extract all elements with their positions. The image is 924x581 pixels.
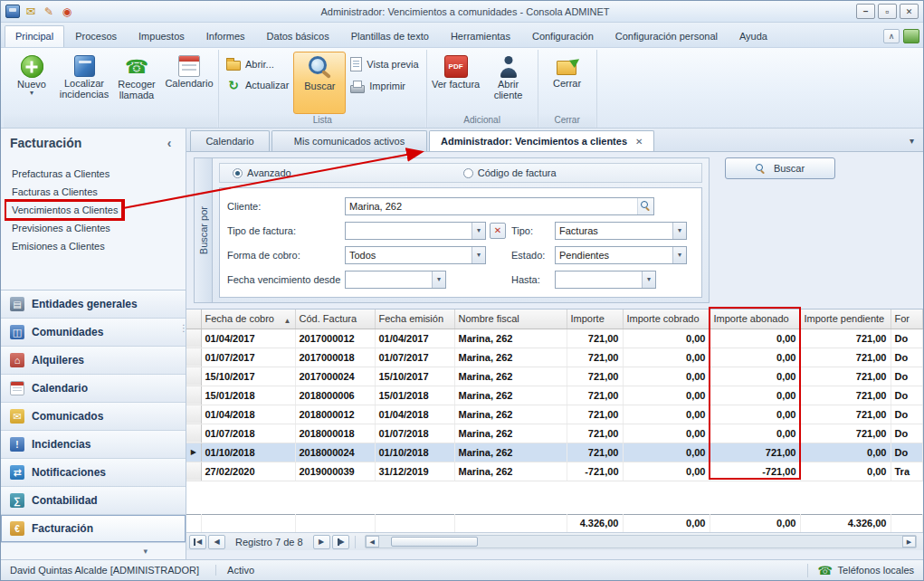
localizar-incidencias-button[interactable]: Localizar incidencias: [58, 52, 110, 114]
column-header[interactable]: For: [891, 310, 923, 329]
edit-note-icon[interactable]: [42, 5, 56, 18]
vista-previa-button[interactable]: Vista previa: [350, 57, 418, 71]
grid-cell[interactable]: -721,00: [710, 462, 800, 481]
tab-configuracion-personal[interactable]: Configuración personal: [605, 25, 729, 47]
grid-cell[interactable]: 2017000024: [295, 367, 375, 386]
abrir-button[interactable]: Abrir...: [226, 57, 274, 71]
sidebar-link-vencimientos[interactable]: Vencimientos a Clientes: [6, 201, 123, 219]
local-phones-button[interactable]: Teléfonos locales: [807, 564, 914, 577]
sidebar-item-calendario[interactable]: Calendario: [1, 375, 186, 403]
grid-cell[interactable]: Tra: [891, 462, 923, 481]
radio-avanzado[interactable]: Avanzado: [233, 167, 291, 178]
doc-tab-comunicados[interactable]: Mis comunicados activos: [271, 130, 427, 151]
tipo-factura-dropdown[interactable]: [345, 222, 486, 240]
help-window-icon[interactable]: [903, 29, 919, 43]
grid-cell[interactable]: 2018000018: [295, 424, 375, 443]
grid-cell[interactable]: 721,00: [800, 405, 891, 424]
mail-icon[interactable]: [24, 5, 38, 18]
grid-cell[interactable]: Do: [891, 329, 923, 348]
nuevo-button[interactable]: Nuevo: [5, 52, 58, 114]
grid-cell[interactable]: 15/10/2017: [375, 367, 454, 386]
grid-cell[interactable]: Marina, 262: [454, 462, 567, 481]
grid-cell[interactable]: 0,00: [710, 386, 800, 405]
sidebar-collapse-icon[interactable]: [162, 136, 176, 150]
tab-principal[interactable]: Principal: [5, 25, 64, 47]
grid-cell[interactable]: 2018000006: [295, 386, 375, 405]
grid-cell[interactable]: 721,00: [567, 424, 623, 443]
grid-cell[interactable]: 15/01/2018: [201, 386, 295, 405]
grid-cell[interactable]: 0,00: [710, 405, 800, 424]
sidebar-item-comunidades[interactable]: Comunidades: [1, 319, 186, 347]
imprimir-button[interactable]: Imprimir: [350, 79, 405, 93]
sidebar-item-incidencias[interactable]: Incidencias: [1, 431, 186, 459]
table-row[interactable]: 01/07/2017201700001801/07/2017Marina, 26…: [186, 348, 923, 367]
grid-cell[interactable]: 721,00: [800, 424, 891, 443]
sidebar-link-emisiones[interactable]: Emisiones a Clientes: [6, 237, 110, 255]
grid-cell[interactable]: 721,00: [800, 329, 891, 348]
sidebar-item-comunicados[interactable]: Comunicados: [1, 403, 186, 431]
sidebar-splitter[interactable]: ⋮: [179, 327, 185, 330]
grid-cell[interactable]: 0,00: [623, 348, 710, 367]
grid-cell[interactable]: 721,00: [800, 348, 891, 367]
grid-cell[interactable]: Marina, 262: [454, 367, 567, 386]
cerrar-button[interactable]: Cerrar: [541, 52, 594, 114]
scroll-right-icon[interactable]: [902, 536, 916, 548]
grid-cell[interactable]: Do: [891, 348, 923, 367]
tab-close-icon[interactable]: [635, 137, 643, 147]
grid-cell[interactable]: 0,00: [623, 443, 710, 462]
column-header[interactable]: Importe pendiente: [800, 310, 891, 329]
tab-impuestos[interactable]: Impuestos: [128, 25, 195, 47]
sidebar-overflow-icon[interactable]: [1, 543, 186, 559]
grid-cell[interactable]: 01/04/2018: [201, 405, 295, 424]
grid-cell[interactable]: 0,00: [623, 386, 710, 405]
grid-cell[interactable]: 27/02/2020: [201, 462, 295, 481]
grid-cell[interactable]: 01/10/2018: [375, 443, 454, 462]
last-record-button[interactable]: [332, 535, 349, 549]
column-header[interactable]: Nombre fiscal: [454, 310, 567, 329]
forma-cobro-dropdown[interactable]: Todos: [345, 246, 486, 264]
grid-cell[interactable]: 0,00: [710, 367, 800, 386]
chevron-down-icon[interactable]: [672, 247, 686, 263]
doc-tab-vencimientos[interactable]: Administrador: Vencimientos a clientes: [429, 130, 654, 151]
grid-cell[interactable]: 2019000039: [295, 462, 375, 481]
grid-cell[interactable]: 15/10/2017: [201, 367, 295, 386]
grid-cell[interactable]: Do: [891, 405, 923, 424]
grid-cell[interactable]: 721,00: [567, 443, 623, 462]
grid-cell[interactable]: 01/07/2018: [375, 424, 454, 443]
buscar-button[interactable]: Buscar: [725, 157, 835, 179]
close-button[interactable]: [900, 4, 919, 19]
grid-cell[interactable]: Do: [891, 367, 923, 386]
grid-cell[interactable]: 721,00: [710, 443, 800, 462]
grid-cell[interactable]: 721,00: [567, 348, 623, 367]
first-record-button[interactable]: [189, 535, 206, 549]
clear-tipo-factura-icon[interactable]: [490, 223, 506, 239]
tab-informes[interactable]: Informes: [195, 25, 256, 47]
chevron-down-icon[interactable]: [432, 271, 445, 288]
grid-cell[interactable]: 31/12/2019: [375, 462, 454, 481]
sidebar-item-entidades-generales[interactable]: Entidades generales: [1, 290, 186, 319]
grid-cell[interactable]: 0,00: [623, 405, 710, 424]
grid-cell[interactable]: Do: [891, 443, 923, 462]
tab-list-dropdown-icon[interactable]: [904, 136, 919, 146]
sidebar-item-facturacion[interactable]: Facturación: [1, 515, 186, 543]
grid-cell[interactable]: 721,00: [567, 329, 623, 348]
column-header[interactable]: Importe cobrado: [623, 310, 710, 329]
grid-cell[interactable]: Marina, 262: [454, 348, 567, 367]
tab-procesos[interactable]: Procesos: [64, 25, 128, 47]
grid-cell[interactable]: Marina, 262: [454, 386, 567, 405]
recoger-llamada-button[interactable]: Recoger llamada: [110, 52, 163, 114]
sidebar-item-notificaciones[interactable]: Notificaciones: [1, 459, 186, 487]
scrollbar-thumb[interactable]: [391, 537, 478, 547]
grid-cell[interactable]: 0,00: [710, 348, 800, 367]
grid-cell[interactable]: 2018000024: [295, 443, 375, 462]
chevron-down-icon[interactable]: [472, 223, 485, 239]
column-header[interactable]: Fecha emisión: [375, 310, 454, 329]
grid-cell[interactable]: 721,00: [800, 386, 891, 405]
table-row[interactable]: 15/01/2018201800000615/01/2018Marina, 26…: [186, 386, 923, 405]
grid-cell[interactable]: Marina, 262: [454, 443, 567, 462]
sidebar-link-facturas[interactable]: Facturas a Clientes: [6, 183, 103, 201]
grid-cell[interactable]: 01/04/2017: [375, 329, 454, 348]
grid-cell[interactable]: 01/04/2017: [201, 329, 295, 348]
app-icon[interactable]: [5, 5, 20, 18]
grid-cell[interactable]: Marina, 262: [454, 329, 567, 348]
